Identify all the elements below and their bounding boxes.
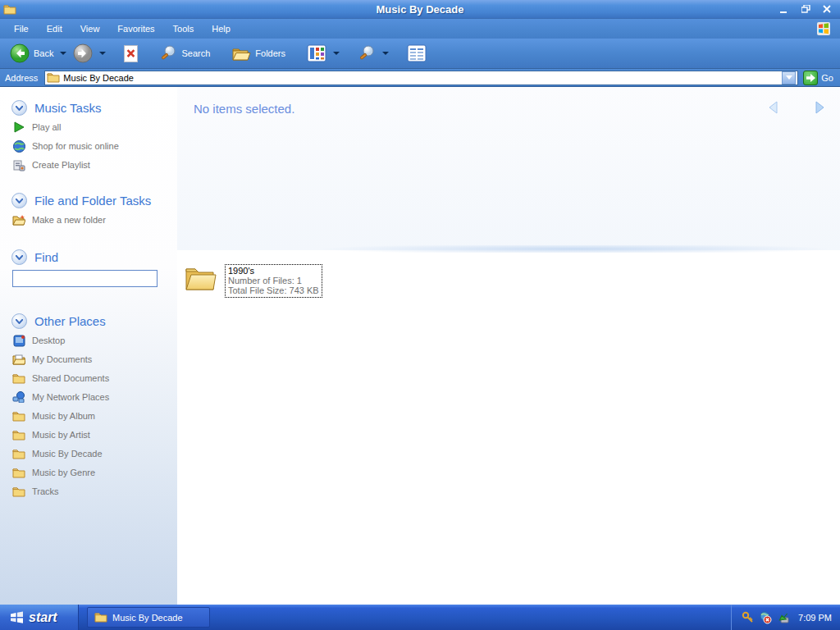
zoom-button[interactable] xyxy=(353,42,381,65)
magnifier-icon xyxy=(358,44,376,62)
place-shared-documents[interactable]: Shared Documents xyxy=(12,372,177,385)
up-button[interactable] xyxy=(119,43,143,65)
file-area: 1990's Number of Files: 1 Total File Siz… xyxy=(177,253,840,605)
forward-dropdown-icon[interactable] xyxy=(99,52,106,55)
folder-icon xyxy=(12,447,25,460)
start-button[interactable]: start xyxy=(0,605,79,630)
safely-remove-hardware-tray-icon[interactable] xyxy=(776,611,789,624)
address-value: Music By Decade xyxy=(63,73,134,83)
menu-favorites[interactable]: Favorites xyxy=(108,21,163,37)
address-label: Address xyxy=(5,73,38,83)
place-label: My Network Places xyxy=(32,392,109,402)
go-label: Go xyxy=(821,73,833,83)
forward-button[interactable] xyxy=(68,41,98,66)
folder-icon xyxy=(12,485,25,498)
task-shop-music[interactable]: Shop for music online xyxy=(12,139,177,153)
place-music-by-genre[interactable]: Music by Genre xyxy=(12,466,177,479)
back-icon xyxy=(10,43,30,63)
forward-icon xyxy=(73,43,93,63)
place-my-documents[interactable]: My Documents xyxy=(12,353,177,366)
pane-divider xyxy=(177,245,840,253)
views-icon xyxy=(307,44,326,62)
folder-item-1990s[interactable]: 1990's Number of Files: 1 Total File Siz… xyxy=(184,264,322,298)
folder-item-file-count: Number of Files: 1 xyxy=(228,276,319,285)
taskbar-task-music-by-decade[interactable]: Music By Decade xyxy=(87,607,210,628)
folder-icon xyxy=(12,372,25,385)
menu-file[interactable]: File xyxy=(5,21,38,37)
file-folder-tasks-header: File and Folder Tasks xyxy=(11,193,177,208)
details-view-button[interactable] xyxy=(402,42,431,65)
back-label: Back xyxy=(34,48,53,58)
search-button[interactable]: Search xyxy=(154,42,215,65)
task-label: Play all xyxy=(32,122,61,132)
find-input[interactable] xyxy=(12,270,158,287)
broken-image-icon xyxy=(124,45,138,62)
globe-icon xyxy=(12,139,25,153)
find-title: Find xyxy=(34,250,58,264)
file-list-pane: No items selected. xyxy=(177,87,840,605)
collapse-file-folder-tasks-button[interactable] xyxy=(11,193,27,208)
keys-tray-icon[interactable] xyxy=(742,611,755,624)
go-button[interactable]: Go xyxy=(803,71,833,85)
minimize-button[interactable] xyxy=(776,2,792,16)
next-item-arrow-icon[interactable] xyxy=(815,101,827,114)
place-music-by-decade[interactable]: Music By Decade xyxy=(12,447,177,460)
task-label: Shop for music online xyxy=(32,141,119,151)
file-folder-tasks-title: File and Folder Tasks xyxy=(34,194,151,208)
window-title: Music By Decade xyxy=(0,3,840,16)
details-view-icon xyxy=(407,44,427,62)
address-bar: Address Music By Decade Go xyxy=(0,69,840,87)
address-input[interactable]: Music By Decade xyxy=(44,71,798,85)
task-make-new-folder[interactable]: Make a new folder xyxy=(12,213,177,226)
new-folder-icon xyxy=(12,213,25,226)
folders-label: Folders xyxy=(255,48,285,58)
go-arrow-icon xyxy=(803,71,818,85)
network-places-icon xyxy=(12,390,25,404)
collapse-music-tasks-button[interactable] xyxy=(11,100,27,116)
place-label: Tracks xyxy=(32,486,59,496)
folder-icon xyxy=(12,409,25,422)
task-create-playlist[interactable]: Create Playlist xyxy=(12,158,177,171)
start-label: start xyxy=(29,610,57,625)
task-label: Create Playlist xyxy=(32,160,90,170)
back-button[interactable]: Back xyxy=(5,41,58,66)
zoom-dropdown-icon[interactable] xyxy=(382,52,389,55)
task-pane: Music Tasks Play all Shop for music onli… xyxy=(0,87,177,605)
place-my-network-places[interactable]: My Network Places xyxy=(12,390,177,404)
task-play-all[interactable]: Play all xyxy=(12,121,177,134)
place-label: Shared Documents xyxy=(32,373,109,383)
address-dropdown-button[interactable] xyxy=(782,71,796,84)
my-documents-icon xyxy=(12,353,25,366)
close-button[interactable] xyxy=(819,2,835,16)
network-error-tray-icon[interactable] xyxy=(759,611,772,624)
collapse-find-button[interactable] xyxy=(11,249,27,265)
menu-edit[interactable]: Edit xyxy=(38,21,71,37)
place-label: My Documents xyxy=(32,354,92,364)
place-label: Music by Artist xyxy=(32,430,90,440)
place-music-by-artist[interactable]: Music by Artist xyxy=(12,428,177,441)
views-button[interactable] xyxy=(302,42,331,65)
large-folder-icon xyxy=(184,264,217,292)
restore-button[interactable] xyxy=(797,2,814,16)
menu-help[interactable]: Help xyxy=(203,21,240,37)
place-music-by-album[interactable]: Music by Album xyxy=(12,409,177,422)
place-desktop[interactable]: Desktop xyxy=(12,334,177,347)
folders-icon xyxy=(231,45,251,62)
desktop-icon xyxy=(12,334,25,347)
place-label: Desktop xyxy=(32,336,65,345)
place-label: Music by Genre xyxy=(32,468,95,477)
folders-button[interactable]: Folders xyxy=(226,43,290,64)
windows-logo-icon xyxy=(815,21,832,36)
selection-status-text: No items selected. xyxy=(194,102,294,116)
views-dropdown-icon[interactable] xyxy=(333,52,340,55)
menu-view[interactable]: View xyxy=(71,21,109,37)
place-tracks[interactable]: Tracks xyxy=(12,485,177,498)
explorer-content: Music Tasks Play all Shop for music onli… xyxy=(0,87,840,605)
collapse-other-places-button[interactable] xyxy=(11,313,27,329)
menu-tools[interactable]: Tools xyxy=(164,21,203,37)
folder-icon xyxy=(12,428,25,441)
other-places-title: Other Places xyxy=(34,314,106,328)
clock: 7:09 PM xyxy=(798,613,832,623)
previous-item-arrow-icon[interactable] xyxy=(768,101,779,114)
back-dropdown-icon[interactable] xyxy=(60,52,66,55)
